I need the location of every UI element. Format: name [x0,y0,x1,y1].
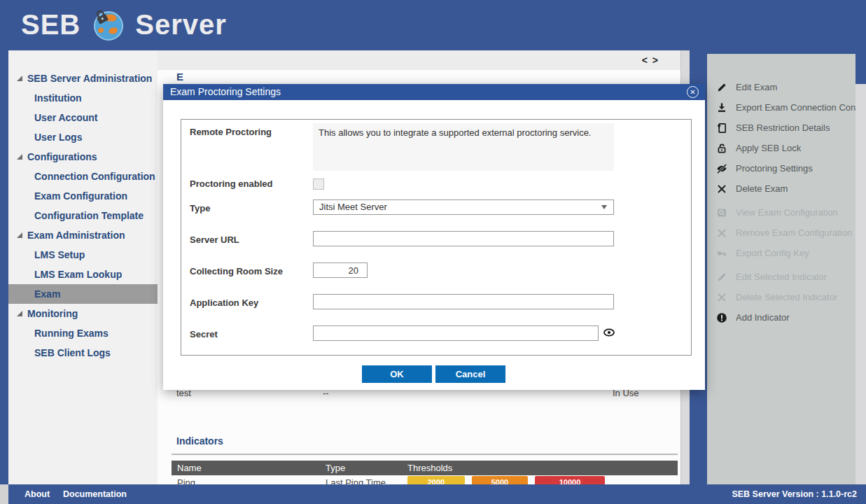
dialog-title: Exam Proctoring Settings [170,86,281,97]
proctoring-form-panel: Remote Proctoring This allows you to int… [181,119,692,356]
brand-logo: SEB Server [21,7,227,42]
delete-exam-action[interactable]: Delete Exam [707,178,855,199]
pencil-icon [716,272,727,283]
globe-lock-icon [90,7,125,42]
column-header-name: Name [177,463,202,473]
dialog-button-bar: OK Cancel [163,365,705,384]
eye-slash-icon [716,163,727,174]
threshold-badge: 5000 [472,476,528,484]
proctoring-settings-action[interactable]: Proctoring Settings [707,158,855,178]
indicators-section-title: Indicators [176,435,223,447]
sidebar-item-seb-server-administration[interactable]: SEB Server Administration [8,69,158,88]
add-indicator-action[interactable]: Add Indicator [707,307,855,328]
secret-label: Secret [190,329,218,340]
seb-restriction-details-action[interactable]: SEB Restriction Details [707,118,855,138]
type-label: Type [190,203,210,214]
proctoring-enabled-label: Proctoring enabled [190,178,272,189]
collecting-room-size-label: Collecting Room Size [190,266,283,276]
sidebar-item-exam-configuration[interactable]: Exam Configuration [8,186,158,206]
brand-text-seb: SEB [21,9,81,41]
x-icon [716,183,727,195]
type-select[interactable]: Jitsi Meet Server [313,200,614,215]
sidebar-item-running-exams[interactable]: Running Exams [8,323,158,343]
x-icon [716,227,727,239]
dialog-titlebar: Exam Proctoring Settings ✕ [163,84,705,100]
cancel-button[interactable]: Cancel [435,365,505,383]
nav-forward-icon[interactable]: > [652,55,658,66]
footer-corner [0,484,8,504]
remote-proctoring-label: Remote Proctoring [190,127,272,137]
sidebar-item-user-account[interactable]: User Account [8,108,158,127]
indicators-table-header: Name Type Thresholds [172,461,678,475]
sidebar-item-configuration-template[interactable]: Configuration Template [8,206,158,225]
lock-icon [716,143,727,154]
server-url-input[interactable] [313,231,614,246]
remote-proctoring-info: This allows you to integrate a supported… [313,123,614,171]
version-label: SEB Server Version : 1.1.0-rc2 [732,489,857,499]
about-link[interactable]: About [25,489,50,499]
sidebar-item-connection-configuration[interactable]: Connection Configuration [8,167,158,186]
delete-selected-indicator-action[interactable]: Delete Selected Indicator [707,287,855,307]
nav-back-icon[interactable]: < [642,55,648,66]
key-icon [716,248,727,259]
application-key-label: Application Key [190,298,258,308]
content-toolbar: < > [158,50,680,70]
secret-input[interactable] [313,326,599,341]
sidebar-item-seb-client-logs[interactable]: SEB Client Logs [8,343,158,363]
indicator-type: Last Ping Time [326,477,386,484]
pencil-icon [716,82,727,93]
action-panel: Edit Exam Export Exam Connection Configu… [707,54,855,484]
divider [172,454,678,455]
sidebar-item-exam-administration[interactable]: Exam Administration [8,225,158,245]
brand-text-server: Server [135,9,227,41]
page-title: E [176,71,186,83]
sidebar-item-configurations[interactable]: Configurations [8,147,158,167]
magnifier-square-icon [716,207,727,218]
app-header: SEB Server [0,0,866,50]
sidebar-item-exam[interactable]: Exam [8,284,158,304]
table-row[interactable]: test -- In Use [158,388,680,405]
sidebar-item-institution[interactable]: Institution [8,88,158,108]
view-exam-configuration-action[interactable]: View Exam Configuration [707,202,855,223]
export-config-key-action[interactable]: Export Config Key [707,243,855,263]
sidebar-item-user-logs[interactable]: User Logs [8,127,158,147]
chevron-down-icon [601,205,607,209]
table-row[interactable]: Ping Last Ping Time 2000 5000 10000 [172,476,678,484]
collecting-room-size-input[interactable] [313,262,368,278]
application-key-input[interactable] [313,294,614,309]
indicator-name: Ping [177,477,195,484]
export-exam-connection-configuration-action[interactable]: Export Exam Connection Configura [707,97,855,118]
x-icon [716,292,727,303]
edit-exam-action[interactable]: Edit Exam [707,77,855,97]
exam-proctoring-settings-dialog: Exam Proctoring Settings ✕ Remote Procto… [163,84,705,390]
sidebar-item-lms-setup[interactable]: LMS Setup [8,245,158,265]
edit-selected-indicator-action[interactable]: Edit Selected Indicator [707,267,855,287]
close-icon[interactable]: ✕ [687,86,699,98]
apply-seb-lock-action[interactable]: Apply SEB Lock [707,138,855,158]
server-url-label: Server URL [190,234,239,245]
seb-server-app: SEB Server SEB Server Administration [0,0,866,504]
column-header-type: Type [326,463,345,473]
app-footer: About Documentation SEB Server Version :… [8,484,866,504]
tree-expand-icon[interactable] [17,76,22,81]
documentation-link[interactable]: Documentation [63,489,127,499]
tree-expand-icon[interactable] [17,154,22,160]
tree-expand-icon[interactable] [17,232,22,238]
main-navigation-sidebar: SEB Server Administration Institution Us… [8,50,158,484]
sidebar-item-lms-exam-lookup[interactable]: LMS Exam Lookup [8,265,158,284]
column-header-thresholds: Thresholds [407,463,452,473]
proctoring-enabled-checkbox[interactable] [313,178,324,190]
panel-scrollbar[interactable] [855,84,866,484]
remove-exam-configuration-action[interactable]: Remove Exam Configuration [707,223,855,243]
threshold-badge: 10000 [535,476,605,484]
exclamation-circle-icon [716,312,727,323]
threshold-badge: 2000 [407,476,465,484]
sidebar-item-monitoring[interactable]: Monitoring [8,304,158,323]
tree-expand-icon[interactable] [17,311,22,316]
document-lock-icon [716,122,727,134]
ok-button[interactable]: OK [362,365,432,383]
eye-icon[interactable] [603,326,615,339]
download-icon [716,102,727,113]
